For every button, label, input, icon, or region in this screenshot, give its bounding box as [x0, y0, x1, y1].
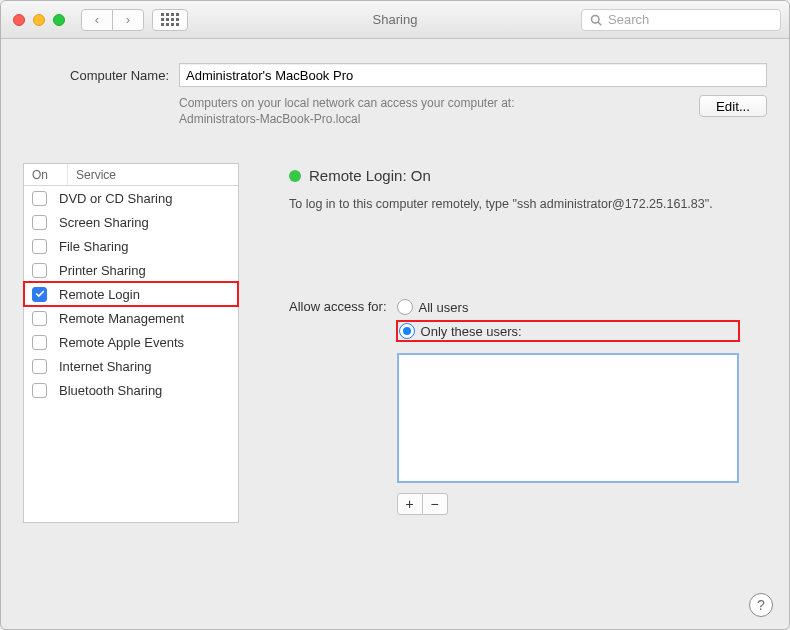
service-row[interactable]: Remote Apple Events	[24, 330, 238, 354]
access-row: Allow access for: All users Only these u…	[289, 299, 767, 515]
status-dot-icon	[289, 170, 301, 182]
back-button[interactable]: ‹	[81, 9, 113, 31]
chevron-right-icon: ›	[126, 12, 130, 27]
service-name: Printer Sharing	[59, 263, 146, 278]
access-only-option[interactable]: Only these users:	[397, 321, 739, 341]
service-row[interactable]: Bluetooth Sharing	[24, 378, 238, 402]
content-area: Computer Name: Computers on your local n…	[1, 39, 789, 629]
computer-name-input[interactable]	[179, 63, 767, 87]
service-checkbox[interactable]	[32, 215, 47, 230]
service-name: Internet Sharing	[59, 359, 152, 374]
hostname-hint: Computers on your local network can acce…	[179, 95, 514, 127]
service-detail: Remote Login: On To log in to this compu…	[243, 163, 767, 523]
access-radio-group: All users Only these users: + −	[397, 299, 739, 515]
apps-grid-icon	[161, 13, 179, 26]
chevron-left-icon: ‹	[95, 12, 99, 27]
titlebar: ‹ › Sharing Search	[1, 1, 789, 39]
edit-hostname-button[interactable]: Edit...	[699, 95, 767, 117]
service-checkbox[interactable]	[32, 263, 47, 278]
search-icon	[590, 14, 602, 26]
search-placeholder: Search	[608, 12, 649, 27]
service-checkbox[interactable]	[32, 239, 47, 254]
service-checkbox[interactable]	[32, 287, 47, 302]
users-listbox[interactable]	[397, 353, 739, 483]
service-name: File Sharing	[59, 239, 128, 254]
computer-name-row: Computer Name:	[23, 63, 767, 87]
computer-name-label: Computer Name:	[23, 68, 169, 83]
search-field[interactable]: Search	[581, 9, 781, 31]
service-name: Remote Login	[59, 287, 140, 302]
svg-line-1	[598, 22, 601, 25]
service-row[interactable]: Printer Sharing	[24, 258, 238, 282]
status-line: Remote Login: On	[289, 167, 767, 184]
service-row[interactable]: Remote Management	[24, 306, 238, 330]
radio-icon	[397, 299, 413, 315]
window-controls	[9, 14, 65, 26]
zoom-window-icon[interactable]	[53, 14, 65, 26]
service-row[interactable]: Screen Sharing	[24, 210, 238, 234]
remove-user-button[interactable]: −	[422, 493, 448, 515]
service-checkbox[interactable]	[32, 359, 47, 374]
col-on: On	[24, 164, 68, 185]
nav-back-forward: ‹ ›	[81, 9, 144, 31]
services-table: On Service DVD or CD SharingScreen Shari…	[23, 163, 239, 523]
add-user-button[interactable]: +	[397, 493, 423, 515]
service-checkbox[interactable]	[32, 311, 47, 326]
service-name: DVD or CD Sharing	[59, 191, 172, 206]
close-window-icon[interactable]	[13, 14, 25, 26]
access-all-option[interactable]: All users	[397, 299, 739, 315]
service-name: Screen Sharing	[59, 215, 149, 230]
service-name: Remote Management	[59, 311, 184, 326]
help-icon: ?	[757, 597, 765, 613]
access-label: Allow access for:	[289, 299, 387, 314]
service-name: Remote Apple Events	[59, 335, 184, 350]
col-service: Service	[68, 164, 238, 185]
minimize-window-icon[interactable]	[33, 14, 45, 26]
status-subtitle: To log in to this computer remotely, typ…	[289, 196, 767, 213]
access-all-label: All users	[419, 300, 469, 315]
body-columns: On Service DVD or CD SharingScreen Shari…	[23, 163, 767, 523]
forward-button[interactable]: ›	[112, 9, 144, 31]
sharing-prefpane: ‹ › Sharing Search Computer Name:	[0, 0, 790, 630]
service-row[interactable]: File Sharing	[24, 234, 238, 258]
status-title: Remote Login: On	[309, 167, 431, 184]
service-row[interactable]: Internet Sharing	[24, 354, 238, 378]
show-all-button[interactable]	[152, 9, 188, 31]
hostname-hint-row: Computers on your local network can acce…	[23, 95, 767, 127]
service-row[interactable]: DVD or CD Sharing	[24, 186, 238, 210]
service-name: Bluetooth Sharing	[59, 383, 162, 398]
svg-point-0	[592, 15, 600, 23]
service-checkbox[interactable]	[32, 335, 47, 350]
help-button[interactable]: ?	[749, 593, 773, 617]
service-row[interactable]: Remote Login	[24, 282, 238, 306]
access-only-label: Only these users:	[421, 324, 522, 339]
radio-icon	[399, 323, 415, 339]
services-header: On Service	[24, 164, 238, 186]
service-checkbox[interactable]	[32, 383, 47, 398]
user-add-remove: + −	[397, 493, 739, 515]
service-checkbox[interactable]	[32, 191, 47, 206]
